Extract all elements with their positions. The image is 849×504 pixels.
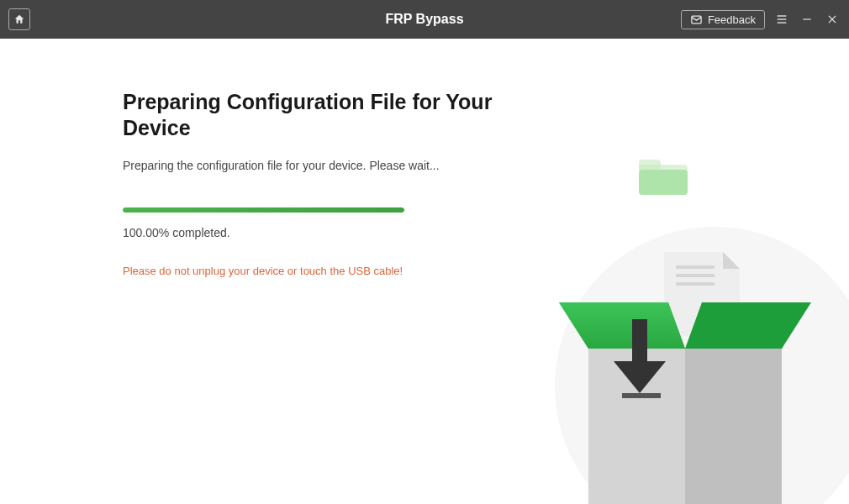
svg-rect-12 <box>676 274 715 277</box>
page-heading: Preparing Configuration File for Your De… <box>123 89 493 142</box>
close-button[interactable] <box>824 11 841 28</box>
svg-rect-14 <box>588 349 782 504</box>
minimize-button[interactable] <box>799 11 815 28</box>
minimize-icon <box>801 13 813 25</box>
svg-point-7 <box>555 227 849 504</box>
svg-rect-10 <box>639 170 688 195</box>
home-button[interactable] <box>8 8 30 30</box>
menu-icon <box>775 13 788 26</box>
left-panel: Preparing Configuration File for Your De… <box>0 39 496 504</box>
download-box-illustration <box>513 143 849 504</box>
feedback-button[interactable]: Feedback <box>681 10 765 29</box>
svg-rect-13 <box>676 282 715 286</box>
close-icon <box>826 13 838 25</box>
svg-rect-15 <box>685 349 782 504</box>
progress-label: 100.00% completed. <box>123 226 496 239</box>
home-icon <box>13 13 25 25</box>
svg-rect-17 <box>622 393 661 398</box>
page-subtext: Preparing the configuration file for you… <box>123 159 496 172</box>
window-title: FRP Bypass <box>385 12 463 27</box>
content-area: Preparing Configuration File for Your De… <box>0 39 849 504</box>
menu-button[interactable] <box>773 11 790 28</box>
progress-bar <box>123 207 404 213</box>
svg-rect-8 <box>639 165 688 195</box>
feedback-label: Feedback <box>708 13 756 26</box>
svg-rect-9 <box>639 160 661 170</box>
warning-text: Please do not unplug your device or touc… <box>123 265 496 277</box>
svg-rect-11 <box>676 265 715 269</box>
window-controls: Feedback <box>681 10 841 29</box>
mail-icon <box>690 13 703 26</box>
svg-rect-16 <box>632 319 647 365</box>
progress-fill <box>123 207 404 213</box>
titlebar: FRP Bypass Feedback <box>0 0 849 39</box>
